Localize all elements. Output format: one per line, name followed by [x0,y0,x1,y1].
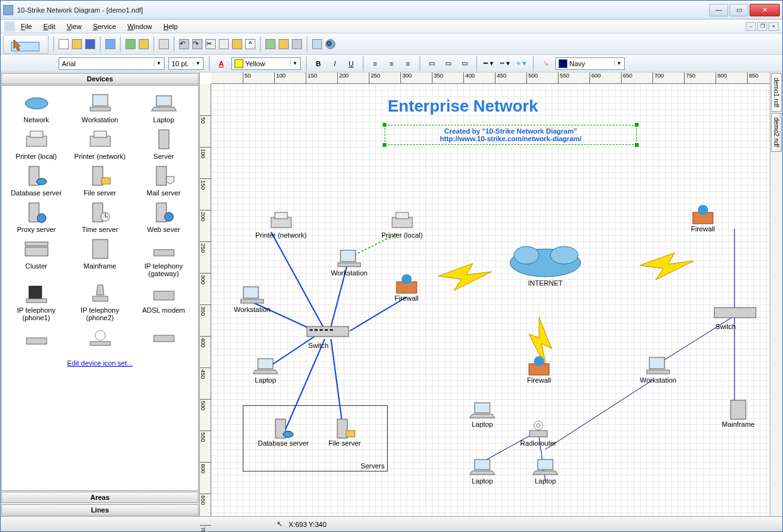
palette-item[interactable]: Laptop [132,90,195,126]
paste-icon[interactable] [232,39,242,49]
node-workstation-1[interactable]: Workstation [331,248,368,277]
mdi-minimize-button[interactable]: – [746,22,756,31]
mdi-close-button[interactable]: × [768,22,779,31]
menu-file[interactable]: File [16,21,37,32]
node-laptop-a[interactable]: Laptop [470,399,495,428]
node-printer-network[interactable]: Printer (network) [255,210,306,239]
undo-icon[interactable]: ↶ [179,39,189,49]
palette-item[interactable]: Time server [68,199,132,236]
device-palette[interactable]: NetworkWorkstationLaptopPrinter (local)P… [1,85,199,491]
node-laptop-1[interactable]: Laptop [253,355,278,384]
node-laptop-b[interactable]: Laptop [470,456,495,485]
palette-item[interactable]: Server [132,126,195,163]
palette-item[interactable]: File server [68,163,132,199]
palette-item[interactable]: Workstation [68,90,132,126]
arrow-button[interactable]: ↘ [539,57,552,70]
node-firewall-2[interactable]: Firewall [526,355,552,384]
palette-item[interactable] [4,324,68,353]
palette-item[interactable]: ADSL modem [132,280,195,324]
cut-icon[interactable]: ✂ [206,39,216,49]
new-icon[interactable] [59,39,69,49]
node-workstation-2[interactable]: Workstation [234,284,270,313]
node-file-server[interactable]: File server [328,418,361,447]
close-button[interactable]: ✕ [750,4,780,16]
devices-header[interactable]: Devices [1,73,199,84]
canvas[interactable]: Enterprise Network Created by "10-Strike… [211,84,782,516]
menu-window[interactable]: Window [122,21,157,32]
diagram-title[interactable]: Enterprise Network [388,96,538,116]
align-left-button[interactable]: ≡ [369,57,381,70]
node-radiorouter[interactable]: Radiorouter [520,418,556,447]
diagram-subtitle[interactable]: Created by "10-Strike Network Diagram"ht… [385,125,637,145]
line-pattern-button[interactable]: ⋄ ▾ [515,57,528,70]
save-icon[interactable] [85,39,95,49]
node-firewall-1[interactable]: Firewall [394,273,419,302]
tab-demo1[interactable]: demo1.ndf [771,73,782,112]
tool-a-icon[interactable] [279,39,289,49]
border-b-button[interactable]: ▭ [442,57,455,70]
font-family-combo[interactable]: Arial▼ [59,57,165,70]
palette-item[interactable]: Proxy server [4,199,68,236]
open-icon[interactable] [72,39,82,49]
lines-header[interactable]: Lines [1,504,199,516]
add-device-icon[interactable] [265,39,276,49]
border-a-button[interactable]: ▭ [426,57,438,70]
edit-icon-set-link[interactable]: Edit device icon set... [2,357,198,369]
palette-item[interactable]: IP telephony (gateway) [132,236,195,280]
fill-color-combo[interactable]: Yellow▼ [231,57,301,70]
maximize-button[interactable]: ▭ [729,4,748,16]
export-icon[interactable] [139,39,149,49]
node-laptop-c[interactable]: Laptop [533,456,558,485]
line-color-combo[interactable]: Navy▼ [555,57,625,70]
font-size-combo[interactable]: 10 pt.▼ [168,57,204,70]
settings-icon[interactable]: ⚙ [325,39,335,49]
node-workstation-3[interactable]: Workstation [640,355,676,384]
palette-item[interactable]: Mainframe [68,236,132,280]
bold-button[interactable]: B [312,57,325,70]
mdi-restore-button[interactable]: ❐ [757,22,767,31]
palette-item[interactable]: IP telephony (phone2) [68,280,132,324]
node-printer-local[interactable]: Printer (local) [381,210,422,239]
palette-item[interactable] [68,324,132,353]
menu-help[interactable]: Help [158,21,183,32]
palette-item[interactable] [132,324,195,353]
scan-icon[interactable] [105,39,115,49]
areas-header[interactable]: Areas [1,492,199,503]
palette-item[interactable]: Cluster [4,236,68,280]
palette-item[interactable]: Web sever [132,199,195,236]
minimize-button[interactable]: — [709,4,728,16]
line-width-button[interactable]: ━ ▾ [482,57,495,70]
node-firewall-3[interactable]: Firewall [690,204,716,233]
palette-item[interactable]: Mail server [132,163,195,199]
palette-item[interactable]: Printer (local) [4,126,68,163]
select-tool-button[interactable] [3,35,49,54]
align-right-button[interactable]: ≡ [402,57,414,70]
border-c-button[interactable]: ▭ [458,57,471,70]
cursor-icon: ↖ [277,520,282,528]
text-icon[interactable]: A [245,39,255,49]
align-center-button[interactable]: ≡ [385,57,398,70]
italic-button[interactable]: I [328,57,341,70]
redo-icon[interactable]: ↷ [192,39,202,49]
copy-icon[interactable] [219,39,229,49]
font-color-button[interactable]: A [215,57,228,70]
print-icon[interactable] [159,39,169,49]
palette-item[interactable]: Printer (network) [68,126,132,163]
menu-service[interactable]: Service [88,21,121,32]
palette-item[interactable]: Network [4,90,68,126]
node-mainframe[interactable]: Mainframe [722,399,755,428]
tab-demo2[interactable]: demo2.ndf [771,113,782,151]
node-database-server[interactable]: Database server [258,418,309,447]
node-switch-1[interactable]: Switch [306,320,331,349]
palette-item[interactable]: Database server [4,163,68,199]
image-icon[interactable] [125,39,136,49]
underline-button[interactable]: U [345,57,357,70]
node-internet[interactable]: INTERNET [508,241,583,287]
picture-icon[interactable] [312,39,322,49]
tool-b-icon[interactable] [292,39,302,49]
menu-edit[interactable]: Edit [38,21,61,32]
line-style-button[interactable]: ┅ ▾ [499,57,511,70]
node-switch-2[interactable]: Switch [713,301,738,330]
palette-item[interactable]: IP telephony (phone1) [4,280,68,324]
menu-view[interactable]: View [62,21,87,32]
